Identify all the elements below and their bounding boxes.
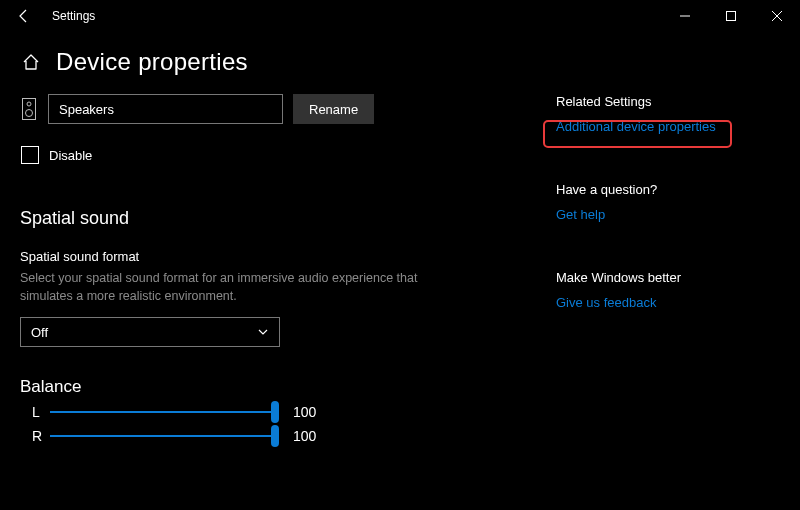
minimize-button[interactable] xyxy=(662,0,708,32)
spatial-sound-heading: Spatial sound xyxy=(20,208,550,229)
back-button[interactable] xyxy=(4,0,44,32)
svg-rect-1 xyxy=(727,12,736,21)
balance-heading: Balance xyxy=(20,377,550,397)
page-title: Device properties xyxy=(56,48,248,76)
disable-checkbox[interactable] xyxy=(21,146,39,164)
dropdown-selected: Off xyxy=(31,325,48,340)
balance-right-slider[interactable] xyxy=(50,427,275,445)
question-heading: Have a question? xyxy=(556,182,780,197)
device-name-input[interactable] xyxy=(48,94,283,124)
app-title: Settings xyxy=(52,9,95,23)
slider-thumb[interactable] xyxy=(271,401,279,423)
svg-point-3 xyxy=(27,102,31,106)
home-icon[interactable] xyxy=(20,51,42,73)
related-settings-heading: Related Settings xyxy=(556,94,780,109)
balance-left-label: L xyxy=(20,404,40,420)
slider-thumb[interactable] xyxy=(271,425,279,447)
balance-left-slider[interactable] xyxy=(50,403,275,421)
balance-left-value: 100 xyxy=(293,404,316,420)
close-button[interactable] xyxy=(754,0,800,32)
spatial-format-description: Select your spatial sound format for an … xyxy=(20,270,440,305)
disable-label: Disable xyxy=(49,148,92,163)
spatial-format-label: Spatial sound format xyxy=(20,249,550,264)
speaker-icon xyxy=(20,95,38,123)
chevron-down-icon xyxy=(257,326,269,338)
balance-right-label: R xyxy=(20,428,40,444)
additional-device-properties-link[interactable]: Additional device properties xyxy=(556,119,716,134)
get-help-link[interactable]: Get help xyxy=(556,207,605,222)
spatial-format-dropdown[interactable]: Off xyxy=(20,317,280,347)
rename-button[interactable]: Rename xyxy=(293,94,374,124)
maximize-button[interactable] xyxy=(708,0,754,32)
svg-point-4 xyxy=(26,110,33,117)
feedback-heading: Make Windows better xyxy=(556,270,780,285)
balance-right-value: 100 xyxy=(293,428,316,444)
feedback-link[interactable]: Give us feedback xyxy=(556,295,656,310)
